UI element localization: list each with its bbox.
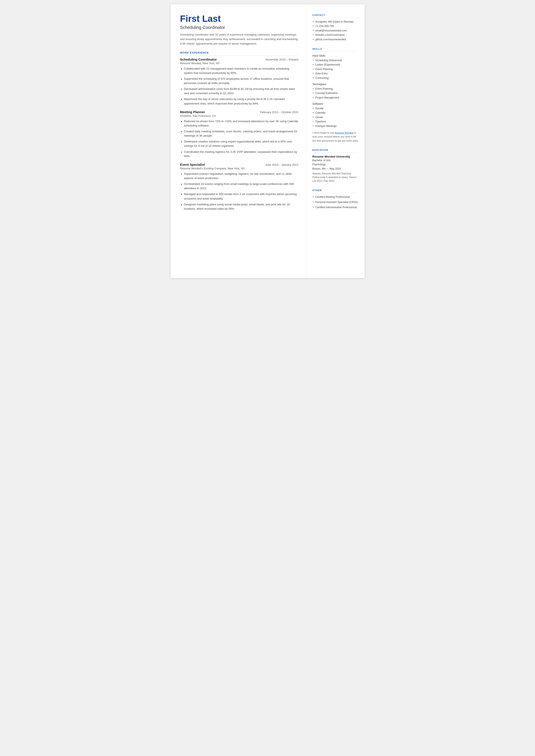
hard-skill-3: Event Planning [312, 67, 358, 71]
bullet-1-3: Decreased administrative costs from $10M… [180, 87, 298, 96]
other-3: Certified Administrative Professional. [312, 205, 358, 210]
candidate-name: First Last [180, 14, 298, 24]
contact-section-title: CONTACT [312, 14, 358, 18]
left-column: First Last Scheduling Coordinator Schedu… [171, 4, 306, 278]
candidate-title: Scheduling Coordinator [180, 25, 298, 30]
software-list: Doodle Calendly Genee Typeform HubSpot M… [312, 106, 358, 128]
bullet-1-4: Maximized the day of senior executives b… [180, 97, 298, 106]
hard-skill-5: Contracting [312, 76, 358, 80]
job-header-1: Scheduling Coordinator November 2015 – P… [180, 58, 298, 61]
contact-email: email@resumeworded.com [312, 28, 358, 33]
summary-text: Scheduling coordinator with 10 years of … [180, 33, 298, 46]
software-1: Doodle [312, 106, 358, 111]
job-company-2: Growthsi, San Francisco, CA [180, 114, 298, 118]
resume-worded-link[interactable]: Resume Worded [335, 131, 353, 134]
software-5: HubSpot Meetings [312, 124, 358, 128]
contact-phone: +1-234-456-789 [312, 24, 358, 28]
hard-skills-list: Scheduling (Advanced) Looker (Experience… [312, 58, 358, 80]
job-block-1: Scheduling Coordinator November 2015 – P… [180, 58, 298, 106]
other-1: Certified Meeting Professional. [312, 195, 358, 199]
techniques-list: Event Planning Concept Estimation Projec… [312, 87, 358, 100]
bullet-2-1: Reduced no-shows from 72% to <10% and in… [180, 119, 298, 128]
technique-1: Event Planning [312, 87, 358, 91]
job-dates-1: November 2015 – Present [266, 58, 298, 61]
bullet-2-2: Created daily meeting schedules, room bl… [180, 129, 298, 138]
other-list: Certified Meeting Professional. Personal… [312, 195, 358, 210]
techniques-label: Techniques: [312, 83, 358, 86]
software-3: Genee [312, 115, 358, 119]
job-title-2: Meeting Planner [180, 110, 205, 114]
hard-skill-1: Scheduling (Advanced) [312, 58, 358, 63]
job-dates-3: June 2010 – January 2013 [265, 163, 298, 166]
bullet-3-1: Supervised contract negotiation, budgeti… [180, 172, 298, 181]
contact-list: Annapolis, MD (Open to Remote) +1-234-45… [312, 20, 358, 42]
job-header-2: Meeting Planner February 2013 – October … [180, 110, 298, 114]
contact-linkedin: linkedin.com/in/username [312, 33, 358, 37]
bullet-1-2: Supervised the scheduling of 670 employe… [180, 77, 298, 85]
skills-note: • Don't forget to use Resume Worded to s… [312, 131, 358, 143]
bullet-2-3: Developed creative solutions using exper… [180, 139, 298, 148]
job-header-3: Event Specialist June 2010 – January 201… [180, 163, 298, 166]
technique-3: Project Management [312, 96, 358, 100]
job-title-3: Event Specialist [180, 163, 205, 166]
job-title-1: Scheduling Coordinator [180, 58, 217, 61]
software-4: Typeform [312, 119, 358, 124]
bullet-3-3: Managed and responded to 850 emails from… [180, 192, 298, 201]
bullet-3-4: Designed marketing plans using social me… [180, 202, 298, 211]
job-block-2: Meeting Planner February 2013 – October … [180, 110, 298, 158]
other-2: Personal Assistant Specialist (CPAS). [312, 200, 358, 204]
software-2: Calendly [312, 111, 358, 115]
job-bullets-2: Reduced no-shows from 72% to <10% and in… [180, 119, 298, 158]
edu-awards: Awards: Resume Worded Teaching Fellow (o… [312, 172, 358, 183]
education-section-title: EDUCATION [312, 149, 358, 153]
software-label: Software: [312, 102, 358, 105]
contact-location: Annapolis, MD (Open to Remote) [312, 20, 358, 24]
job-dates-2: February 2013 – October 2015 [260, 111, 298, 114]
bullet-3-2: Orchestrated 43 events ranging from smal… [180, 182, 298, 190]
other-section-title: OTHER [312, 189, 358, 193]
bullet-1-1: Collaborated with 21 management team mem… [180, 67, 298, 75]
job-company-3: Resume Worded's Exciting Company, New Yo… [180, 167, 298, 170]
bullet-2-4: Coordinated the meeting logistics for 3.… [180, 150, 298, 158]
job-bullets-3: Supervised contract negotiation, budgeti… [180, 172, 298, 211]
hard-skill-4: Data Entry [312, 71, 358, 76]
job-bullets-1: Collaborated with 21 management team mem… [180, 67, 298, 106]
skills-section-title: SKILLS [312, 48, 358, 52]
job-company-1: Resume Worded, New York, NY [180, 62, 298, 65]
edu-degree: Bachelor of Arts Psychology Boston, MA —… [312, 158, 358, 171]
contact-github: github.com/resumeworded [312, 37, 358, 42]
hard-skills-label: Hard Skills: [312, 54, 358, 57]
technique-2: Concept Estimation [312, 91, 358, 95]
work-experience-section-title: WORK EXPERIENCE [180, 51, 298, 56]
hard-skill-2: Looker (Experienced) [312, 63, 358, 67]
edu-institution: Resume Worded University [312, 155, 358, 158]
job-block-3: Event Specialist June 2010 – January 201… [180, 163, 298, 211]
right-column: CONTACT Annapolis, MD (Open to Remote) +… [306, 4, 365, 278]
resume-page: First Last Scheduling Coordinator Schedu… [171, 4, 365, 278]
